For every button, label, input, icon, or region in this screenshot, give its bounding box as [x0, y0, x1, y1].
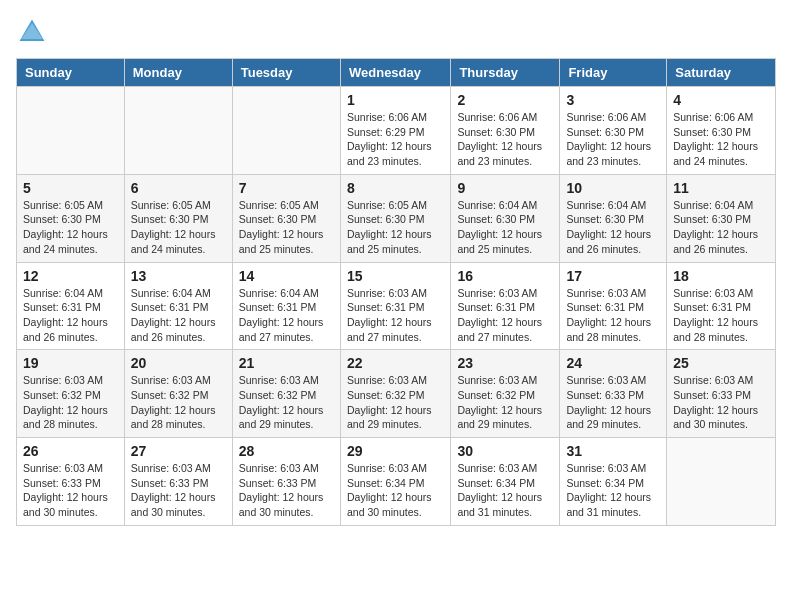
calendar-cell: 7Sunrise: 6:05 AM Sunset: 6:30 PM Daylig… [232, 174, 340, 262]
calendar-cell [232, 87, 340, 175]
day-info: Sunrise: 6:03 AM Sunset: 6:34 PM Dayligh… [566, 461, 660, 520]
day-number: 14 [239, 268, 334, 284]
weekday-header-sunday: Sunday [17, 59, 125, 87]
day-number: 9 [457, 180, 553, 196]
calendar-cell: 24Sunrise: 6:03 AM Sunset: 6:33 PM Dayli… [560, 350, 667, 438]
day-info: Sunrise: 6:06 AM Sunset: 6:29 PM Dayligh… [347, 110, 444, 169]
logo-icon [16, 16, 48, 48]
day-number: 27 [131, 443, 226, 459]
calendar-cell: 5Sunrise: 6:05 AM Sunset: 6:30 PM Daylig… [17, 174, 125, 262]
calendar-cell: 9Sunrise: 6:04 AM Sunset: 6:30 PM Daylig… [451, 174, 560, 262]
day-info: Sunrise: 6:03 AM Sunset: 6:31 PM Dayligh… [347, 286, 444, 345]
day-number: 21 [239, 355, 334, 371]
calendar-cell: 18Sunrise: 6:03 AM Sunset: 6:31 PM Dayli… [667, 262, 776, 350]
calendar-cell: 14Sunrise: 6:04 AM Sunset: 6:31 PM Dayli… [232, 262, 340, 350]
calendar-cell: 23Sunrise: 6:03 AM Sunset: 6:32 PM Dayli… [451, 350, 560, 438]
calendar-cell: 19Sunrise: 6:03 AM Sunset: 6:32 PM Dayli… [17, 350, 125, 438]
day-number: 5 [23, 180, 118, 196]
calendar-cell: 30Sunrise: 6:03 AM Sunset: 6:34 PM Dayli… [451, 438, 560, 526]
day-number: 7 [239, 180, 334, 196]
weekday-header-monday: Monday [124, 59, 232, 87]
calendar-cell: 6Sunrise: 6:05 AM Sunset: 6:30 PM Daylig… [124, 174, 232, 262]
calendar-cell: 1Sunrise: 6:06 AM Sunset: 6:29 PM Daylig… [340, 87, 450, 175]
page-header [16, 16, 776, 48]
day-info: Sunrise: 6:03 AM Sunset: 6:31 PM Dayligh… [457, 286, 553, 345]
logo [16, 16, 54, 48]
calendar-cell: 15Sunrise: 6:03 AM Sunset: 6:31 PM Dayli… [340, 262, 450, 350]
calendar: SundayMondayTuesdayWednesdayThursdayFrid… [16, 58, 776, 526]
calendar-cell: 8Sunrise: 6:05 AM Sunset: 6:30 PM Daylig… [340, 174, 450, 262]
day-info: Sunrise: 6:03 AM Sunset: 6:32 PM Dayligh… [457, 373, 553, 432]
day-number: 10 [566, 180, 660, 196]
calendar-cell [667, 438, 776, 526]
calendar-cell: 21Sunrise: 6:03 AM Sunset: 6:32 PM Dayli… [232, 350, 340, 438]
calendar-cell: 26Sunrise: 6:03 AM Sunset: 6:33 PM Dayli… [17, 438, 125, 526]
day-number: 13 [131, 268, 226, 284]
day-number: 22 [347, 355, 444, 371]
calendar-cell: 29Sunrise: 6:03 AM Sunset: 6:34 PM Dayli… [340, 438, 450, 526]
day-number: 31 [566, 443, 660, 459]
day-number: 30 [457, 443, 553, 459]
calendar-cell: 16Sunrise: 6:03 AM Sunset: 6:31 PM Dayli… [451, 262, 560, 350]
calendar-header: SundayMondayTuesdayWednesdayThursdayFrid… [17, 59, 776, 87]
day-info: Sunrise: 6:05 AM Sunset: 6:30 PM Dayligh… [131, 198, 226, 257]
day-number: 29 [347, 443, 444, 459]
day-number: 19 [23, 355, 118, 371]
day-info: Sunrise: 6:04 AM Sunset: 6:31 PM Dayligh… [131, 286, 226, 345]
calendar-cell: 25Sunrise: 6:03 AM Sunset: 6:33 PM Dayli… [667, 350, 776, 438]
day-number: 8 [347, 180, 444, 196]
week-row-3: 12Sunrise: 6:04 AM Sunset: 6:31 PM Dayli… [17, 262, 776, 350]
day-info: Sunrise: 6:03 AM Sunset: 6:31 PM Dayligh… [566, 286, 660, 345]
calendar-cell: 17Sunrise: 6:03 AM Sunset: 6:31 PM Dayli… [560, 262, 667, 350]
day-info: Sunrise: 6:03 AM Sunset: 6:32 PM Dayligh… [239, 373, 334, 432]
weekday-header-tuesday: Tuesday [232, 59, 340, 87]
weekday-header-wednesday: Wednesday [340, 59, 450, 87]
calendar-cell: 12Sunrise: 6:04 AM Sunset: 6:31 PM Dayli… [17, 262, 125, 350]
day-info: Sunrise: 6:04 AM Sunset: 6:31 PM Dayligh… [23, 286, 118, 345]
day-number: 18 [673, 268, 769, 284]
calendar-cell: 10Sunrise: 6:04 AM Sunset: 6:30 PM Dayli… [560, 174, 667, 262]
day-number: 1 [347, 92, 444, 108]
day-number: 24 [566, 355, 660, 371]
calendar-cell: 11Sunrise: 6:04 AM Sunset: 6:30 PM Dayli… [667, 174, 776, 262]
calendar-body: 1Sunrise: 6:06 AM Sunset: 6:29 PM Daylig… [17, 87, 776, 526]
day-number: 17 [566, 268, 660, 284]
weekday-header-friday: Friday [560, 59, 667, 87]
day-info: Sunrise: 6:04 AM Sunset: 6:30 PM Dayligh… [673, 198, 769, 257]
week-row-4: 19Sunrise: 6:03 AM Sunset: 6:32 PM Dayli… [17, 350, 776, 438]
day-number: 12 [23, 268, 118, 284]
day-number: 6 [131, 180, 226, 196]
day-info: Sunrise: 6:04 AM Sunset: 6:31 PM Dayligh… [239, 286, 334, 345]
calendar-cell [124, 87, 232, 175]
day-number: 3 [566, 92, 660, 108]
day-info: Sunrise: 6:06 AM Sunset: 6:30 PM Dayligh… [673, 110, 769, 169]
day-info: Sunrise: 6:05 AM Sunset: 6:30 PM Dayligh… [23, 198, 118, 257]
day-info: Sunrise: 6:03 AM Sunset: 6:33 PM Dayligh… [23, 461, 118, 520]
day-info: Sunrise: 6:03 AM Sunset: 6:33 PM Dayligh… [566, 373, 660, 432]
day-info: Sunrise: 6:03 AM Sunset: 6:32 PM Dayligh… [131, 373, 226, 432]
calendar-cell: 3Sunrise: 6:06 AM Sunset: 6:30 PM Daylig… [560, 87, 667, 175]
day-number: 16 [457, 268, 553, 284]
day-info: Sunrise: 6:03 AM Sunset: 6:33 PM Dayligh… [239, 461, 334, 520]
day-number: 20 [131, 355, 226, 371]
day-info: Sunrise: 6:05 AM Sunset: 6:30 PM Dayligh… [239, 198, 334, 257]
day-info: Sunrise: 6:03 AM Sunset: 6:32 PM Dayligh… [347, 373, 444, 432]
day-info: Sunrise: 6:03 AM Sunset: 6:34 PM Dayligh… [347, 461, 444, 520]
calendar-cell: 22Sunrise: 6:03 AM Sunset: 6:32 PM Dayli… [340, 350, 450, 438]
day-number: 15 [347, 268, 444, 284]
day-info: Sunrise: 6:05 AM Sunset: 6:30 PM Dayligh… [347, 198, 444, 257]
day-info: Sunrise: 6:04 AM Sunset: 6:30 PM Dayligh… [566, 198, 660, 257]
day-number: 2 [457, 92, 553, 108]
calendar-cell: 20Sunrise: 6:03 AM Sunset: 6:32 PM Dayli… [124, 350, 232, 438]
calendar-cell [17, 87, 125, 175]
day-info: Sunrise: 6:03 AM Sunset: 6:31 PM Dayligh… [673, 286, 769, 345]
day-number: 26 [23, 443, 118, 459]
week-row-1: 1Sunrise: 6:06 AM Sunset: 6:29 PM Daylig… [17, 87, 776, 175]
day-info: Sunrise: 6:04 AM Sunset: 6:30 PM Dayligh… [457, 198, 553, 257]
weekday-header-row: SundayMondayTuesdayWednesdayThursdayFrid… [17, 59, 776, 87]
day-number: 25 [673, 355, 769, 371]
calendar-cell: 28Sunrise: 6:03 AM Sunset: 6:33 PM Dayli… [232, 438, 340, 526]
calendar-cell: 31Sunrise: 6:03 AM Sunset: 6:34 PM Dayli… [560, 438, 667, 526]
day-info: Sunrise: 6:06 AM Sunset: 6:30 PM Dayligh… [457, 110, 553, 169]
calendar-cell: 27Sunrise: 6:03 AM Sunset: 6:33 PM Dayli… [124, 438, 232, 526]
